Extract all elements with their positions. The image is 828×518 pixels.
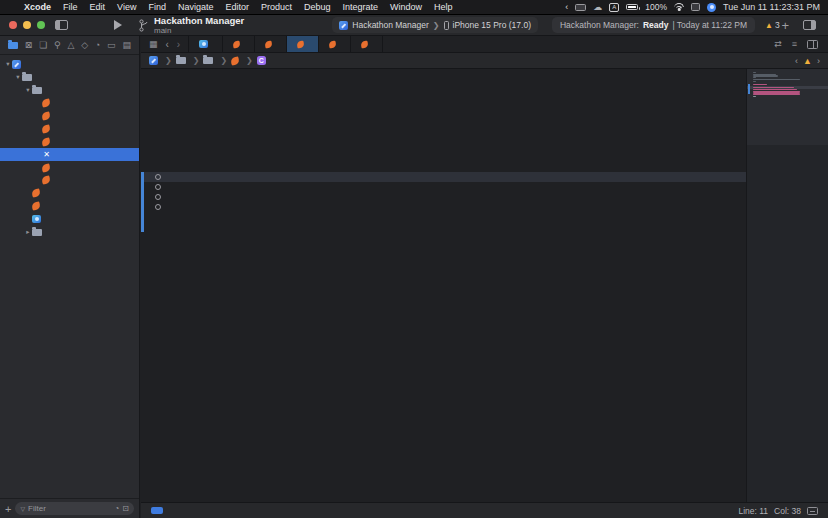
chrome-icon[interactable] — [707, 3, 716, 12]
zoom-window-button[interactable] — [37, 21, 45, 29]
close-window-button[interactable] — [9, 21, 17, 29]
menu-item-editor[interactable]: Editor — [219, 2, 255, 12]
breadcrumb-item[interactable] — [176, 57, 189, 64]
source-control-navigator-icon[interactable]: ⊠ — [25, 41, 33, 50]
add-file-button[interactable]: + — [5, 503, 11, 515]
code-line[interactable] — [141, 172, 746, 182]
menu-item-product[interactable]: Product — [255, 2, 298, 12]
previous-issue-button[interactable]: ‹ — [795, 56, 798, 66]
source-control-filter-icon[interactable]: ⊡ — [122, 504, 129, 513]
toggle-inspector-button[interactable] — [803, 20, 816, 30]
project-navigator-icon[interactable] — [8, 42, 18, 49]
chevron-left-icon[interactable]: ‹ — [565, 3, 568, 12]
iboutlet-connector-icon[interactable] — [155, 204, 162, 211]
display-icon[interactable] — [575, 4, 586, 11]
sidebar-item[interactable] — [0, 97, 139, 110]
adjust-editor-options-button[interactable]: ≡ — [792, 39, 797, 49]
run-destination[interactable]: iPhone 15 Pro (17.0) — [453, 20, 531, 30]
reports-navigator-icon[interactable]: ▤ — [122, 41, 131, 50]
editor-tab[interactable] — [189, 36, 223, 52]
related-items-button[interactable]: ▦ — [149, 39, 158, 49]
breadcrumb-item[interactable] — [231, 57, 242, 65]
code-line[interactable] — [141, 142, 746, 152]
code-line[interactable] — [141, 132, 746, 142]
code-line[interactable] — [141, 182, 746, 192]
bookmarks-navigator-icon[interactable]: ❏ — [39, 41, 47, 50]
menu-item-view[interactable]: View — [111, 2, 142, 12]
code-line[interactable] — [141, 222, 746, 232]
sidebar-item[interactable] — [0, 161, 139, 174]
code-line[interactable] — [141, 82, 746, 92]
menu-item-help[interactable]: Help — [428, 2, 459, 12]
iboutlet-connector-icon[interactable] — [155, 194, 162, 201]
sidebar-item[interactable] — [0, 174, 139, 187]
run-button[interactable] — [114, 20, 122, 30]
scheme-selector[interactable]: Hackathon Manager ❯ iPhone 15 Pro (17.0) — [332, 17, 538, 33]
editor-tab[interactable] — [223, 36, 255, 52]
back-button[interactable]: ‹ — [166, 39, 169, 50]
code-line[interactable] — [141, 72, 746, 82]
recent-files-filter-icon[interactable]: ◔ — [114, 504, 119, 513]
code-review-button[interactable]: ⇄ — [774, 39, 782, 49]
menu-item-integrate[interactable]: Integrate — [337, 2, 385, 12]
find-navigator-icon[interactable]: ⚲ — [54, 41, 61, 50]
wifi-icon[interactable] — [674, 3, 684, 11]
code-line[interactable] — [141, 102, 746, 112]
sidebar-item[interactable] — [0, 200, 139, 213]
input-source-icon[interactable]: A — [609, 3, 619, 12]
menu-item-debug[interactable]: Debug — [298, 2, 337, 12]
add-editor-button[interactable] — [807, 40, 818, 49]
iboutlet-connector-icon[interactable] — [155, 184, 162, 191]
forward-button[interactable]: › — [177, 39, 180, 50]
screen-mirroring-icon[interactable] — [691, 3, 700, 11]
keyboard-icon[interactable] — [807, 507, 818, 515]
editor-tab[interactable] — [287, 36, 319, 52]
minimap[interactable] — [746, 69, 828, 502]
cloud-icon[interactable]: ☁ — [593, 3, 602, 12]
sidebar-item[interactable] — [0, 135, 139, 148]
source-change-bar[interactable] — [141, 172, 144, 232]
menu-item-file[interactable]: File — [57, 2, 84, 12]
breakpoints-navigator-icon[interactable]: ▭ — [107, 41, 116, 50]
menu-item-navigate[interactable]: Navigate — [172, 2, 220, 12]
code-line[interactable] — [141, 92, 746, 102]
disclosure-expanded-icon[interactable]: ▾ — [24, 86, 32, 94]
editor-tab[interactable] — [351, 36, 383, 52]
breadcrumb-item[interactable] — [149, 56, 161, 65]
sidebar-item[interactable]: ✕ — [0, 148, 139, 161]
sidebar-item[interactable] — [0, 110, 139, 123]
code-editor[interactable] — [141, 69, 828, 502]
editor-tab[interactable] — [255, 36, 287, 52]
breakpoints-toggle[interactable] — [151, 507, 163, 514]
warning-count-badge[interactable]: ▲ 3 — [765, 20, 780, 30]
debug-navigator-icon[interactable]: ◔ — [95, 41, 100, 50]
activity-status-view[interactable]: Hackathon Manager: Ready | Today at 11:2… — [552, 17, 755, 33]
sidebar-item[interactable]: ▾ — [0, 71, 139, 84]
tests-navigator-icon[interactable]: ◇ — [81, 41, 88, 50]
menu-bar-clock[interactable]: Tue Jun 11 11:23:31 PM — [723, 2, 820, 12]
menu-item-window[interactable]: Window — [384, 2, 428, 12]
code-line[interactable] — [141, 112, 746, 122]
minimize-window-button[interactable] — [23, 21, 31, 29]
code-line[interactable] — [141, 162, 746, 172]
code-line[interactable] — [141, 212, 746, 222]
disclosure-collapsed-icon[interactable]: ▸ — [24, 228, 32, 236]
filter-input[interactable]: ▽ Filter ◔ ⊡ — [15, 502, 134, 515]
breadcrumb-item[interactable] — [203, 57, 216, 64]
code-line[interactable] — [141, 202, 746, 212]
editor-tab[interactable] — [319, 36, 351, 52]
issues-navigator-icon[interactable]: △ — [67, 41, 74, 50]
code-line[interactable] — [141, 122, 746, 132]
sidebar-item[interactable] — [0, 122, 139, 135]
sidebar-item[interactable]: ▾ — [0, 84, 139, 97]
breadcrumb-item[interactable]: C — [257, 56, 269, 65]
library-button[interactable]: + — [781, 18, 789, 33]
sidebar-item[interactable] — [0, 213, 139, 226]
menu-item-find[interactable]: Find — [142, 2, 172, 12]
menu-item-xcode[interactable]: Xcode — [18, 2, 57, 12]
battery-icon[interactable] — [626, 4, 638, 10]
disclosure-expanded-icon[interactable]: ▾ — [4, 60, 12, 68]
iboutlet-connector-icon[interactable] — [155, 174, 162, 181]
sidebar-item[interactable]: ▾ — [0, 58, 139, 71]
menu-item-edit[interactable]: Edit — [84, 2, 112, 12]
